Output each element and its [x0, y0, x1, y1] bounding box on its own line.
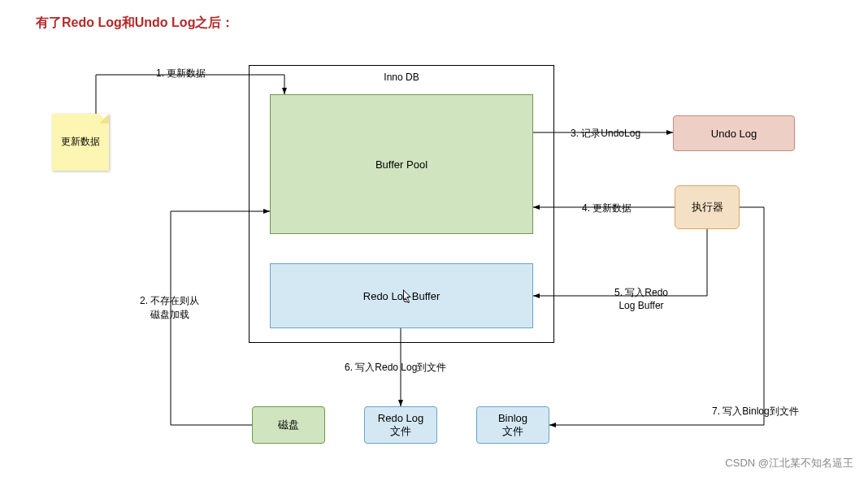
redo-log-buffer-label: Redo Log Buffer [363, 290, 440, 302]
edge-6-label: 6. 写入Redo Log到文件 [345, 361, 446, 375]
undo-log-box: Undo Log [673, 115, 795, 151]
watermark: CSDN @江北某不知名逼王 [725, 456, 853, 470]
executor-box: 执行器 [675, 185, 740, 229]
edge-4-label: 4. 更新数据 [582, 202, 631, 215]
disk-box: 磁盘 [252, 406, 325, 444]
buffer-pool-box: Buffer Pool [270, 94, 533, 234]
executor-label: 执行器 [692, 200, 723, 215]
undo-log-label: Undo Log [711, 128, 757, 140]
edge-5-label: 5. 写入Redo Log Buffer [614, 286, 668, 311]
update-data-note: 更新数据 [52, 114, 109, 171]
page-title: 有了Redo Log和Undo Log之后： [36, 15, 234, 32]
binlog-file-box: Binlog 文件 [476, 406, 549, 444]
edge-1-label: 1. 更新数据 [156, 67, 206, 80]
edge-7-label: 7. 写入Binlog到文件 [712, 405, 799, 418]
edge-3-label: 3. 记录UndoLog [571, 127, 640, 141]
edge-2-label: 2. 不存在则从 磁盘加载 [140, 294, 199, 322]
redo-log-buffer-box: Redo Log Buffer [270, 263, 533, 328]
disk-label: 磁盘 [278, 418, 299, 432]
buffer-pool-label: Buffer Pool [375, 158, 427, 171]
note-label: 更新数据 [52, 135, 109, 149]
innodb-label: Inno DB [249, 72, 554, 83]
redo-log-file-label: Redo Log 文件 [378, 412, 423, 439]
binlog-file-label: Binlog 文件 [498, 412, 527, 439]
redo-log-file-box: Redo Log 文件 [364, 406, 437, 444]
